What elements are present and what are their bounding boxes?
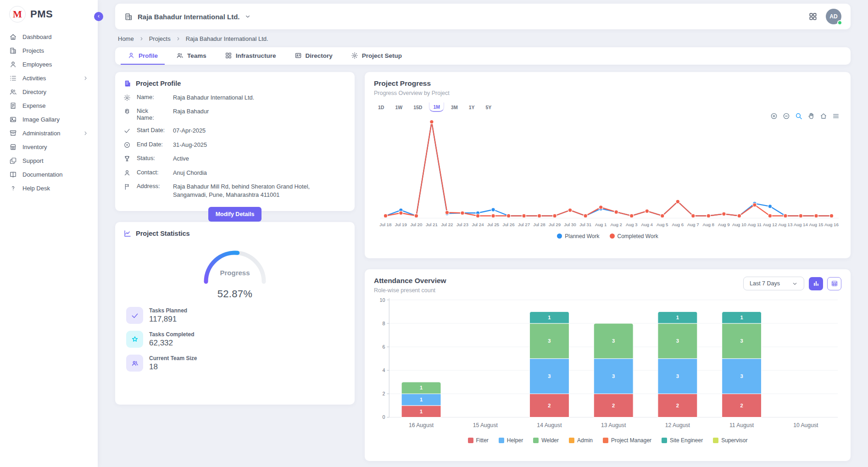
range-1m[interactable]: 1M [429, 102, 444, 112]
profile-field-nick-name: Nick Name:Raja Bahadur [123, 107, 346, 121]
selection-zoom-icon[interactable] [795, 112, 802, 120]
zoom-out-icon[interactable] [783, 112, 790, 120]
tab-bar: ProfileTeamsInfrastructureDirectoryProje… [115, 47, 851, 65]
table-view-button[interactable] [827, 277, 841, 290]
svg-text:Aug 11: Aug 11 [748, 222, 762, 227]
date-range-select[interactable]: Last 7 Days [743, 277, 804, 290]
stat-tasks-completed: Tasks Completed62,332 [123, 331, 346, 348]
legend-welder[interactable]: Welder [533, 437, 559, 444]
bar-chart[interactable]: 024681011116 August15 August233114 Augus… [374, 296, 841, 436]
svg-text:4: 4 [382, 367, 385, 373]
topbar-actions: AD [808, 9, 841, 24]
archive-icon [9, 129, 17, 137]
breadcrumb-item-raja-bahadur-international-ltd[interactable]: Raja Bahadur International Ltd. [186, 35, 268, 42]
view-toggle [809, 277, 841, 290]
left-column: Project Profile Name:Raja Bahadur Intern… [115, 72, 355, 467]
chevron-down-icon [792, 281, 798, 287]
svg-text:Jul 29: Jul 29 [549, 222, 561, 227]
svg-text:Jul 22: Jul 22 [441, 222, 453, 227]
tab-profile[interactable]: Profile [121, 47, 165, 65]
avatar-initials: AD [829, 13, 837, 20]
profile-field-end-date: End Date:31-Aug-2025 [123, 141, 346, 149]
avatar[interactable]: AD [826, 9, 841, 24]
sidebar-item-help-desk[interactable]: Help Desk [0, 181, 98, 195]
svg-text:1: 1 [676, 315, 679, 320]
tab-teams[interactable]: Teams [169, 47, 213, 65]
legend-helper[interactable]: Helper [499, 437, 523, 444]
svg-text:0: 0 [382, 414, 385, 420]
legend-planned-work[interactable]: Planned Work [557, 233, 599, 239]
sidebar-item-expense[interactable]: Expense [0, 99, 98, 112]
line-chart-legend: Planned WorkCompleted Work [374, 233, 841, 239]
sidebar-item-directory[interactable]: Directory [0, 85, 98, 99]
gear-icon [123, 94, 131, 101]
svg-text:1: 1 [420, 397, 423, 402]
svg-text:Aug 16: Aug 16 [824, 222, 839, 227]
stat-icon-box [126, 331, 143, 348]
profile-field-address: Address:Raja Bahadur Mill Rd, behind She… [123, 183, 346, 199]
attendance-subtitle: Role-wise present count [374, 287, 446, 294]
company-switcher[interactable]: Raja Bahadur International Ltd. [124, 12, 251, 21]
online-status-dot [837, 20, 842, 25]
attendance-title: Attendance Overview [374, 277, 446, 285]
legend-site-engineer[interactable]: Site Engineer [662, 437, 703, 444]
tab-project-setup[interactable]: Project Setup [344, 47, 409, 65]
svg-text:1: 1 [740, 315, 743, 320]
sidebar-item-inventory[interactable]: Inventory [0, 140, 98, 154]
logo-text: PMS [30, 8, 53, 20]
bar-view-button[interactable] [809, 277, 823, 290]
logo[interactable]: M PMS [0, 0, 98, 30]
sidebar-item-documentation[interactable]: Documentation [0, 167, 98, 181]
svg-text:Aug 3: Aug 3 [626, 222, 637, 227]
svg-text:Aug 6: Aug 6 [672, 222, 684, 227]
modify-details-button[interactable]: Modify Details [208, 207, 262, 222]
svg-text:2: 2 [676, 403, 679, 408]
range-5y[interactable]: 5Y [481, 103, 495, 112]
line-chart[interactable]: Jul 18Jul 19Jul 20Jul 21Jul 22Jul 23Jul … [374, 115, 841, 232]
range-15d[interactable]: 15D [409, 103, 426, 112]
legend-project-manager[interactable]: Project Manager [603, 437, 651, 444]
range-1y[interactable]: 1Y [465, 103, 479, 112]
project-progress-card: Project Progress Progress Overview by Pr… [365, 72, 851, 258]
image-icon [9, 116, 17, 123]
range-1w[interactable]: 1W [391, 103, 406, 112]
svg-text:Aug 12: Aug 12 [763, 222, 777, 227]
chart-toolbar [770, 112, 840, 120]
tab-infrastructure[interactable]: Infrastructure [218, 47, 283, 65]
breadcrumb-item-home[interactable]: Home [118, 35, 134, 42]
tab-directory[interactable]: Directory [288, 47, 339, 65]
sidebar-item-dashboard[interactable]: Dashboard [0, 30, 98, 44]
svg-text:2: 2 [548, 403, 551, 408]
sidebar-item-employees[interactable]: Employees [0, 57, 98, 71]
company-name: Raja Bahadur International Ltd. [138, 13, 240, 21]
book-icon [9, 171, 17, 178]
reset-home-icon[interactable] [820, 112, 827, 120]
profile-field-name: Name:Raja Bahadur International Ltd. [123, 94, 346, 102]
sidebar-item-projects[interactable]: Projects [0, 44, 98, 57]
fingerprint-icon [123, 108, 131, 115]
check-icon [131, 311, 139, 320]
sidebar-item-activities[interactable]: Activities [0, 71, 98, 85]
sidebar-item-administration[interactable]: Administration [0, 126, 98, 140]
legend-admin[interactable]: Admin [569, 437, 593, 444]
apps-grid-icon[interactable] [808, 12, 818, 21]
date-range-value: Last 7 Days [750, 280, 780, 287]
svg-text:12 August: 12 August [665, 422, 690, 428]
legend-completed-work[interactable]: Completed Work [610, 233, 658, 239]
legend-supervisor[interactable]: Supervisor [713, 437, 747, 444]
legend-fitter[interactable]: Fitter [468, 437, 489, 444]
breadcrumb-item-projects[interactable]: Projects [149, 35, 171, 42]
range-1d[interactable]: 1D [374, 103, 388, 112]
range-3m[interactable]: 3M [447, 103, 462, 112]
svg-text:3: 3 [548, 373, 551, 379]
building-icon [124, 12, 133, 21]
menu-icon[interactable] [832, 112, 840, 120]
sidebar-item-image-gallary[interactable]: Image Gallary [0, 112, 98, 126]
zoom-in-icon[interactable] [770, 112, 778, 120]
sidebar-collapse-button[interactable]: ‹ [94, 12, 103, 21]
sidebar-item-support[interactable]: Support [0, 154, 98, 167]
pan-icon[interactable] [807, 112, 815, 120]
svg-text:15 August: 15 August [473, 422, 498, 428]
svg-text:3: 3 [740, 373, 743, 379]
svg-text:Aug 2: Aug 2 [610, 222, 622, 227]
